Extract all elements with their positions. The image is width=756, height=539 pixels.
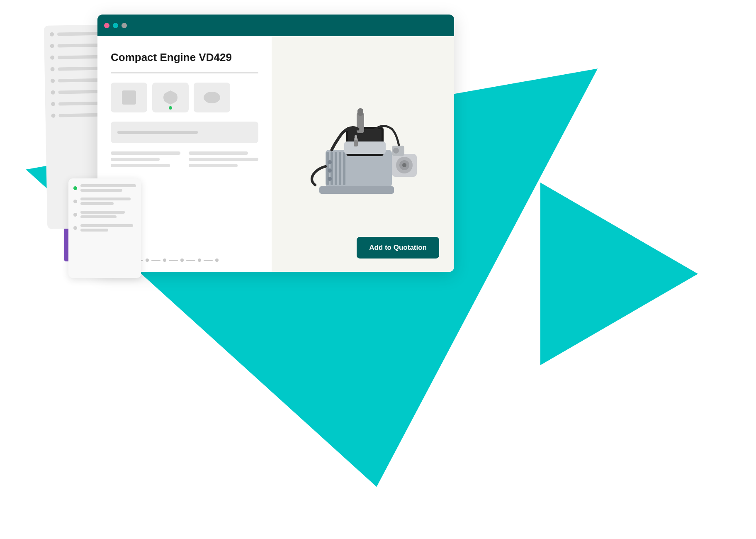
thumb-active-indicator: [169, 106, 172, 110]
thumbnail-1[interactable]: [111, 83, 147, 112]
svg-rect-10: [344, 141, 386, 154]
add-to-quotation-button[interactable]: Add to Quotation: [357, 237, 439, 259]
svg-point-16: [328, 160, 332, 164]
card-body: Compact Engine VD429: [97, 36, 454, 272]
svg-rect-4: [339, 152, 341, 185]
background-triangle-right: [540, 183, 698, 365]
svg-point-18: [328, 177, 332, 181]
svg-rect-22: [355, 135, 357, 140]
svg-point-14: [402, 163, 406, 167]
svg-point-20: [393, 148, 399, 154]
svg-rect-5: [343, 152, 345, 185]
product-input-area[interactable]: [111, 122, 258, 143]
thumbnail-2[interactable]: [152, 83, 189, 112]
window-dot-gray: [122, 23, 127, 28]
svg-rect-15: [319, 186, 394, 194]
input-placeholder-line: [117, 131, 198, 134]
main-product-card: Compact Engine VD429: [97, 15, 454, 272]
card-right-panel: Add to Quotation: [272, 36, 454, 272]
thumbnail-row: [111, 83, 258, 112]
window-dot-pink: [104, 23, 109, 28]
thumbnail-3[interactable]: [194, 83, 230, 112]
svg-rect-3: [335, 152, 337, 185]
fg-dot-3: [73, 226, 77, 230]
engine-illustration: [292, 96, 433, 212]
thumb-shape-oval: [204, 92, 220, 103]
thumb-shape-square: [122, 90, 136, 105]
product-title: Compact Engine VD429: [111, 51, 258, 64]
fg-dot-2: [73, 213, 77, 217]
svg-rect-9: [357, 108, 363, 116]
fg-dot-1: [73, 200, 77, 203]
fg-dot-green: [73, 186, 77, 190]
window-dot-teal: [113, 23, 118, 28]
window-titlebar: [97, 15, 454, 36]
title-divider: [111, 72, 258, 73]
detail-lines-row: [111, 151, 258, 167]
svg-point-17: [328, 168, 332, 173]
foreground-list-card: [68, 178, 141, 278]
thumb-shape-hex: [163, 90, 177, 105]
